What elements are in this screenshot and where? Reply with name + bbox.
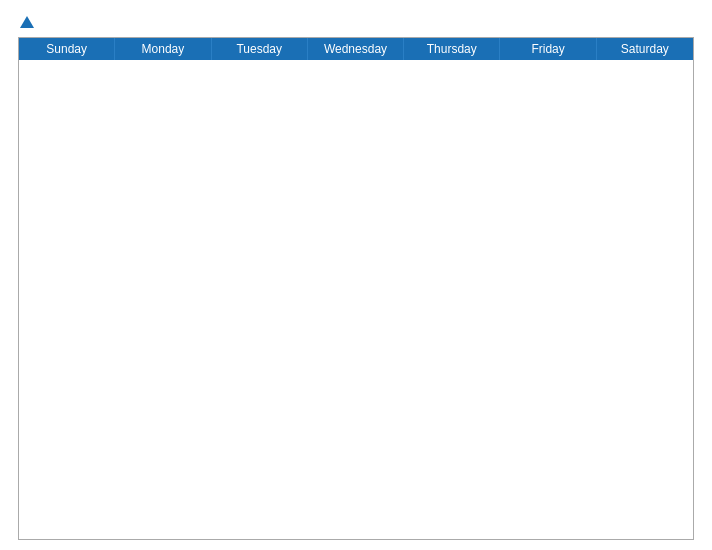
header xyxy=(18,16,694,29)
day-header-wednesday: Wednesday xyxy=(308,38,404,60)
day-header-friday: Friday xyxy=(500,38,596,60)
day-header-tuesday: Tuesday xyxy=(212,38,308,60)
day-header-thursday: Thursday xyxy=(404,38,500,60)
day-header-monday: Monday xyxy=(115,38,211,60)
weeks-container xyxy=(19,60,693,539)
days-header: SundayMondayTuesdayWednesdayThursdayFrid… xyxy=(19,38,693,60)
day-header-sunday: Sunday xyxy=(19,38,115,60)
page: SundayMondayTuesdayWednesdayThursdayFrid… xyxy=(0,0,712,550)
calendar: SundayMondayTuesdayWednesdayThursdayFrid… xyxy=(18,37,694,540)
logo xyxy=(18,16,34,29)
logo-triangle-icon xyxy=(20,16,34,28)
day-header-saturday: Saturday xyxy=(597,38,693,60)
